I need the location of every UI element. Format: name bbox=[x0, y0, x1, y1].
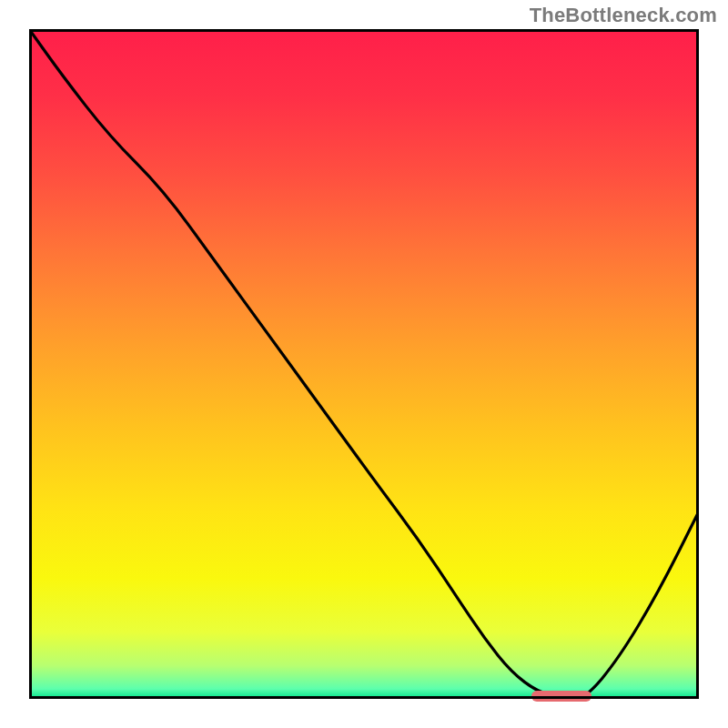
watermark-text: TheBottleneck.com bbox=[530, 4, 717, 27]
bottleneck-curve bbox=[29, 29, 699, 699]
plot-area bbox=[29, 29, 699, 699]
optimal-range-marker bbox=[531, 691, 592, 702]
chart-container: TheBottleneck.com bbox=[0, 0, 728, 728]
